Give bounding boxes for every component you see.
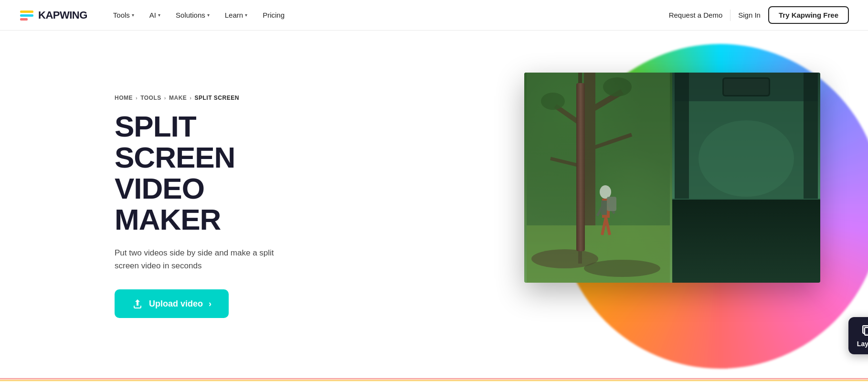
line-red: [0, 378, 868, 379]
breadcrumb-home[interactable]: HOME: [115, 95, 133, 101]
breadcrumb-sep-1: ›: [136, 95, 138, 101]
logo-icon: [19, 8, 34, 23]
hero-description: Put two videos side by side and make a s…: [115, 246, 296, 272]
layers-icon: [861, 324, 868, 337]
svg-marker-25: [699, 206, 794, 283]
chevron-down-icon: ▾: [158, 12, 160, 18]
breadcrumb-sep-3: ›: [190, 95, 191, 101]
bottom-decoration: [0, 378, 868, 382]
hero-content: HOME › TOOLS › MAKE › SPLIT SCREEN SPLIT…: [0, 66, 296, 347]
svg-point-22: [584, 260, 660, 277]
nav-learn[interactable]: Learn ▾: [218, 7, 254, 23]
logo[interactable]: KAPWING: [19, 8, 87, 23]
try-free-button[interactable]: Try Kapwing Free: [768, 6, 849, 24]
breadcrumb: HOME › TOOLS › MAKE › SPLIT SCREEN: [115, 95, 296, 101]
svg-point-13: [600, 185, 611, 199]
right-video-overlay: [672, 73, 820, 283]
svg-rect-27: [675, 235, 818, 283]
breadcrumb-current: SPLIT SCREEN: [194, 95, 239, 101]
video-left: [524, 73, 672, 283]
layers-badge[interactable]: Layers: [848, 317, 868, 354]
nav-solutions[interactable]: Solutions ▾: [169, 7, 216, 23]
svg-rect-0: [20, 11, 33, 13]
breadcrumb-tools[interactable]: TOOLS: [140, 95, 161, 101]
chevron-down-icon: ▾: [207, 12, 210, 18]
svg-rect-2: [20, 18, 28, 21]
page-title: SPLIT SCREEN VIDEO MAKER: [115, 111, 296, 235]
svg-point-33: [699, 120, 794, 197]
hero-visual: Layers: [505, 34, 868, 378]
request-demo-link[interactable]: Request a Demo: [669, 11, 723, 19]
svg-rect-30: [724, 79, 769, 95]
svg-point-11: [603, 77, 632, 96]
hero-section: HOME › TOOLS › MAKE › SPLIT SCREEN SPLIT…: [0, 31, 868, 382]
breadcrumb-make[interactable]: MAKE: [169, 95, 187, 101]
upload-icon: [132, 298, 143, 309]
arrow-right-icon: ›: [209, 299, 212, 309]
logo-text: KAPWING: [38, 9, 87, 21]
video-right: [672, 73, 820, 283]
nav-right: Request a Demo Sign In Try Kapwing Free: [669, 6, 849, 24]
navbar: KAPWING Tools ▾ AI ▾ Solutions ▾ Learn ▾…: [0, 0, 868, 31]
split-screen-preview: [524, 73, 820, 283]
upload-video-button[interactable]: Upload video ›: [115, 289, 229, 318]
svg-rect-20: [607, 197, 616, 211]
chevron-down-icon: ▾: [132, 12, 134, 18]
nav-links: Tools ▾ AI ▾ Solutions ▾ Learn ▾ Pricing: [106, 7, 669, 23]
chevron-down-icon: ▾: [245, 12, 247, 18]
breadcrumb-sep-2: ›: [164, 95, 166, 101]
nav-ai[interactable]: AI ▾: [143, 7, 167, 23]
sign-in-link[interactable]: Sign In: [738, 11, 761, 19]
nav-pricing[interactable]: Pricing: [256, 7, 291, 23]
svg-rect-28: [675, 233, 818, 238]
svg-rect-6: [578, 73, 582, 264]
left-video-overlay: [524, 73, 672, 283]
nav-tools[interactable]: Tools ▾: [106, 7, 141, 23]
svg-point-12: [541, 93, 565, 110]
svg-rect-32: [804, 73, 818, 240]
svg-rect-31: [675, 73, 689, 240]
nav-divider: [730, 10, 730, 21]
svg-rect-1: [20, 14, 33, 17]
